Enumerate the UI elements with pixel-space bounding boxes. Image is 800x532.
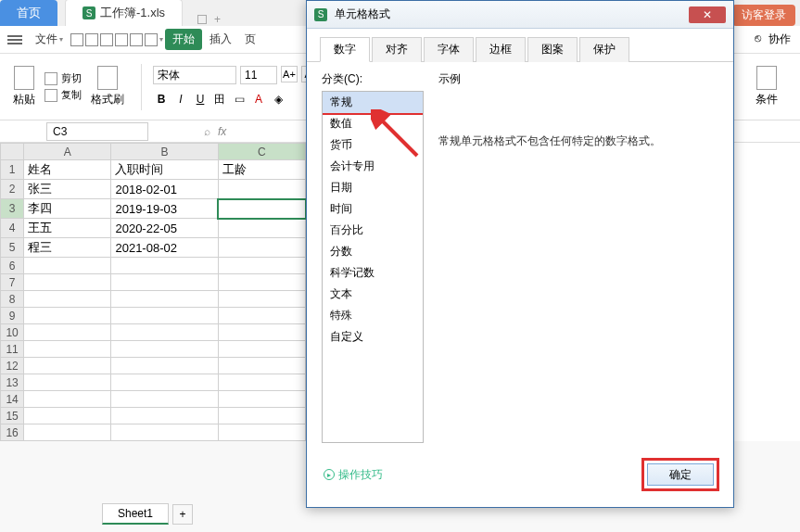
cell[interactable] [111, 291, 218, 308]
dialog-titlebar[interactable]: S 单元格格式 ✕ [307, 1, 733, 29]
row-header[interactable]: 10 [1, 324, 24, 341]
category-item[interactable]: 常规 [323, 92, 423, 113]
category-list[interactable]: 常规数值货币会计专用日期时间百分比分数科学记数文本特殊自定义 [322, 91, 424, 443]
cell[interactable]: 姓名 [24, 160, 111, 180]
collab-label[interactable]: 协作 [768, 32, 791, 47]
workbook-tab[interactable]: S 工作簿-1.xls [65, 0, 183, 26]
cell[interactable] [111, 374, 218, 391]
cell[interactable] [218, 391, 305, 408]
category-item[interactable]: 数值 [323, 113, 423, 134]
cell[interactable] [111, 324, 218, 341]
dialog-tab-4[interactable]: 图案 [527, 37, 578, 62]
home-tab[interactable]: 首页 [0, 0, 57, 26]
add-sheet-button[interactable]: + [172, 504, 193, 525]
cell[interactable] [218, 180, 305, 199]
cell[interactable] [111, 391, 218, 408]
dialog-tab-0[interactable]: 数字 [320, 37, 370, 62]
sheet-table[interactable]: ABC1姓名入职时间工龄2张三2018-02-013李四2019-19-034王… [0, 143, 306, 441]
cell[interactable]: 入职时间 [111, 160, 218, 180]
cell[interactable] [24, 324, 111, 341]
row-header[interactable]: 15 [1, 408, 24, 424]
select-all-corner[interactable] [1, 144, 24, 160]
category-item[interactable]: 科学记数 [323, 262, 423, 284]
dialog-tab-2[interactable]: 字体 [424, 37, 474, 62]
cell[interactable]: 2019-19-03 [111, 199, 218, 219]
toolbar-icon[interactable] [100, 33, 113, 46]
category-item[interactable]: 分数 [323, 241, 423, 262]
toolbar-icon[interactable] [115, 33, 128, 46]
cell[interactable]: 王五 [24, 219, 111, 238]
chevron-down-icon[interactable]: ▾ [159, 35, 163, 44]
cell[interactable] [218, 238, 305, 258]
cell[interactable] [24, 291, 111, 308]
cell[interactable] [111, 424, 218, 441]
cell[interactable] [24, 358, 111, 374]
cell[interactable] [111, 341, 218, 358]
dialog-tab-1[interactable]: 对齐 [372, 37, 422, 62]
more-font-button[interactable]: ◈ [270, 91, 286, 108]
cell[interactable] [218, 408, 305, 424]
column-header[interactable]: C [218, 144, 305, 160]
row-header[interactable]: 7 [1, 274, 24, 291]
cell[interactable] [24, 424, 111, 441]
toolbar-icon[interactable] [145, 33, 158, 46]
row-header[interactable]: 6 [1, 258, 24, 274]
fill-color-button[interactable]: ▭ [231, 91, 248, 108]
category-item[interactable]: 百分比 [323, 220, 423, 241]
paste-button[interactable]: 粘贴 [7, 64, 41, 109]
cell[interactable] [218, 274, 305, 291]
cell[interactable] [24, 308, 111, 324]
cell[interactable] [24, 274, 111, 291]
name-box[interactable]: C3 [46, 122, 148, 141]
cell[interactable] [218, 258, 305, 274]
row-header[interactable]: 4 [1, 219, 24, 238]
dot-icon[interactable] [197, 15, 207, 24]
toolbar-icon[interactable] [70, 33, 83, 46]
cell[interactable]: 2020-22-05 [111, 219, 218, 238]
category-item[interactable]: 时间 [323, 198, 423, 220]
row-header[interactable]: 1 [1, 160, 24, 180]
dialog-tab-5[interactable]: 保护 [579, 37, 629, 62]
toolbar-icon[interactable] [85, 33, 98, 46]
file-menu[interactable]: 文件▾ [30, 29, 69, 50]
cell[interactable] [24, 258, 111, 274]
row-header[interactable]: 5 [1, 238, 24, 258]
underline-button[interactable]: U [192, 91, 209, 108]
dialog-tab-3[interactable]: 边框 [476, 37, 526, 62]
cell[interactable] [24, 391, 111, 408]
cell[interactable] [24, 408, 111, 424]
cell[interactable] [218, 199, 305, 219]
hamburger-icon[interactable] [7, 35, 22, 44]
row-header[interactable]: 16 [1, 424, 24, 441]
cell[interactable] [111, 358, 218, 374]
cell[interactable]: 2018-02-01 [111, 180, 218, 199]
start-menu[interactable]: 开始 [165, 29, 202, 50]
row-header[interactable]: 9 [1, 308, 24, 324]
row-header[interactable]: 12 [1, 358, 24, 374]
cell[interactable] [111, 308, 218, 324]
insert-menu[interactable]: 插入 [204, 29, 237, 50]
category-item[interactable]: 自定义 [323, 326, 423, 348]
row-header[interactable]: 14 [1, 391, 24, 408]
font-name-combo[interactable] [153, 66, 236, 84]
row-header[interactable]: 11 [1, 341, 24, 358]
category-item[interactable]: 货币 [323, 134, 423, 156]
ok-button[interactable]: 确定 [647, 463, 714, 486]
tips-link[interactable]: ▸ 操作技巧 [324, 467, 383, 483]
row-header[interactable]: 2 [1, 180, 24, 199]
guest-login-button[interactable]: 访客登录 [732, 5, 795, 26]
font-color-button[interactable]: A [250, 91, 267, 108]
conditional-format-button[interactable]: 条件 [750, 64, 783, 109]
cell[interactable]: 2021-08-02 [111, 238, 218, 258]
font-size-combo[interactable] [240, 66, 277, 84]
format-painter-button[interactable]: 格式刷 [85, 64, 130, 109]
cell[interactable] [218, 308, 305, 324]
row-header[interactable]: 8 [1, 291, 24, 308]
column-header[interactable]: B [111, 144, 218, 160]
toolbar-icon[interactable] [130, 33, 143, 46]
cell[interactable] [218, 358, 305, 374]
page-menu[interactable]: 页 [239, 29, 261, 50]
cell[interactable] [218, 219, 305, 238]
sheet-tab[interactable]: Sheet1 [102, 503, 169, 525]
cell[interactable] [218, 424, 305, 441]
